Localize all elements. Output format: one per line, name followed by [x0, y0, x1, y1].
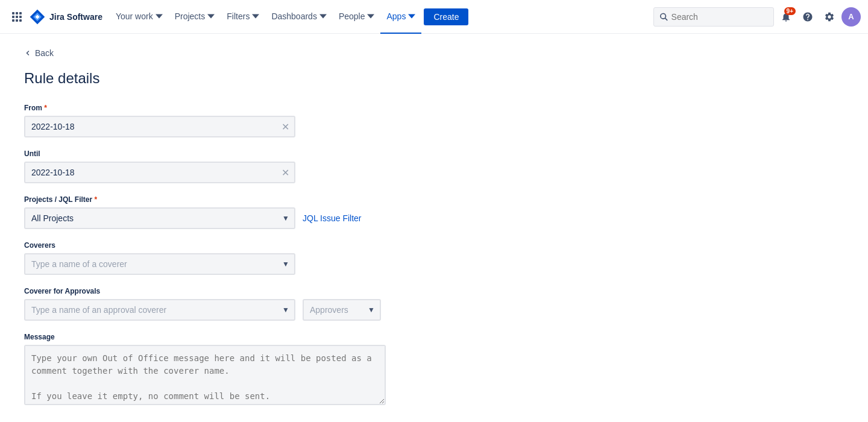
from-clear-icon[interactable]: ✕ — [281, 121, 289, 133]
search-icon — [660, 13, 668, 21]
message-section: Message — [24, 333, 518, 407]
jql-link[interactable]: JQL Issue Filter — [303, 213, 362, 223]
search-input[interactable] — [671, 12, 767, 22]
from-date-input[interactable] — [24, 116, 295, 137]
settings-button[interactable] — [820, 7, 839, 27]
projects-select[interactable]: All Projects — [24, 207, 295, 229]
projects-section: Projects / JQL Filter * All Projects ▼ J… — [24, 195, 518, 229]
nav-item-filters[interactable]: Filters — [221, 0, 265, 34]
nav-item-your-work[interactable]: Your work — [110, 0, 169, 34]
grid-menu-button[interactable] — [7, 7, 27, 27]
from-label: From * — [24, 104, 518, 112]
svg-rect-0 — [12, 12, 14, 14]
approvers-select[interactable]: Approvers — [303, 299, 381, 321]
coverer-approvals-label: Coverer for Approvals — [24, 287, 518, 295]
avatar[interactable]: A — [841, 7, 861, 27]
logo-text: Jira Software — [49, 12, 102, 22]
svg-rect-3 — [12, 16, 14, 18]
notification-badge: 9+ — [784, 7, 796, 15]
coverers-section: Coverers Type a name of a coverer ▼ — [24, 241, 518, 275]
jira-logo[interactable]: Jira Software — [29, 8, 102, 25]
coverer-approvals-section: Coverer for Approvals Type a name of an … — [24, 287, 518, 321]
until-clear-icon[interactable]: ✕ — [281, 167, 289, 178]
back-link[interactable]: Back — [24, 48, 54, 58]
svg-rect-7 — [16, 19, 18, 22]
svg-rect-4 — [16, 16, 18, 18]
until-date-input[interactable] — [24, 162, 295, 183]
nav-item-dashboards[interactable]: Dashboards — [265, 0, 333, 34]
navbar: Jira Software Your work Projects Filters… — [0, 0, 868, 34]
coverer-approvals-row: Type a name of an approval coverer ▼ App… — [24, 299, 518, 321]
nav-right: 9+ A — [653, 7, 861, 27]
until-input-wrapper: ✕ — [24, 162, 295, 183]
svg-rect-6 — [12, 19, 14, 22]
coverer-approvals-select-wrapper: Type a name of an approval coverer ▼ — [24, 299, 295, 321]
coverer-approvals-select[interactable]: Type a name of an approval coverer — [24, 299, 295, 321]
message-textarea[interactable] — [24, 345, 386, 405]
until-label: Until — [24, 150, 518, 158]
svg-rect-2 — [19, 12, 22, 14]
help-button[interactable] — [798, 7, 817, 27]
coverers-label: Coverers — [24, 241, 518, 250]
nav-item-apps[interactable]: Apps — [380, 0, 421, 34]
svg-rect-8 — [19, 19, 22, 22]
until-section: Until ✕ — [24, 150, 518, 183]
approvers-select-wrapper: Approvers ▼ — [303, 299, 381, 321]
from-section: From * ✕ — [24, 104, 518, 137]
projects-label: Projects / JQL Filter * — [24, 195, 518, 204]
page-title: Rule details — [24, 70, 518, 87]
projects-row: All Projects ▼ JQL Issue Filter — [24, 207, 518, 229]
projects-select-wrapper: All Projects ▼ — [24, 207, 295, 229]
svg-rect-1 — [16, 12, 18, 14]
nav-items: Your work Projects Filters Dashboards Pe… — [110, 0, 651, 34]
back-arrow-icon — [24, 49, 31, 57]
svg-rect-5 — [19, 16, 22, 18]
search-box[interactable] — [653, 7, 774, 27]
nav-item-projects[interactable]: Projects — [169, 0, 221, 34]
message-label: Message — [24, 333, 518, 341]
from-input-wrapper: ✕ — [24, 116, 295, 137]
coverers-select[interactable]: Type a name of a coverer — [24, 253, 295, 275]
main-content: Back Rule details From * ✕ Until ✕ Proje… — [0, 34, 542, 422]
coverers-select-wrapper: Type a name of a coverer ▼ — [24, 253, 295, 275]
create-button[interactable]: Create — [424, 8, 468, 25]
nav-item-people[interactable]: People — [333, 0, 381, 34]
notifications-button[interactable]: 9+ — [776, 7, 796, 27]
